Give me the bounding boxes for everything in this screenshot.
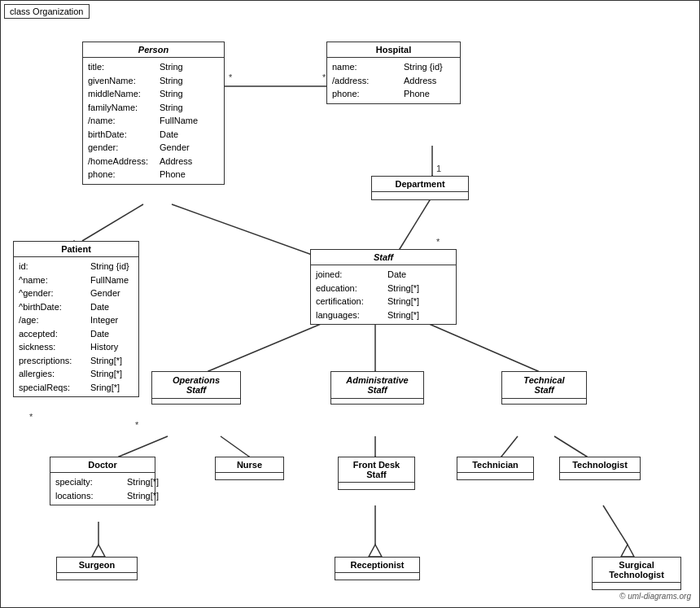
surgical-technologist-class: SurgicalTechnologist [592, 557, 681, 590]
hospital-body: name:String {id} /address:Address phone:… [327, 58, 460, 103]
diagram-title: class Organization [4, 4, 90, 19]
doctor-header: Doctor [50, 457, 155, 473]
front-desk-staff-class: Front DeskStaff [338, 457, 415, 490]
svg-line-9 [221, 436, 249, 457]
hospital-class: Hospital name:String {id} /address:Addre… [326, 42, 461, 104]
surgeon-class: Surgeon [56, 557, 138, 580]
svg-line-3 [400, 196, 432, 249]
person-body: title:String givenName:String middleName… [83, 58, 224, 184]
svg-marker-29 [92, 545, 105, 557]
staff-header: Staff [311, 250, 456, 265]
surgical-technologist-header: SurgicalTechnologist [593, 558, 680, 583]
svg-line-0 [82, 204, 143, 241]
svg-text:*: * [135, 420, 139, 430]
patient-body: id:String {id} ^name:FullName ^gender:Ge… [14, 257, 138, 396]
svg-text:*: * [436, 237, 440, 247]
nurse-class: Nurse [215, 457, 284, 480]
department-class: Department [371, 176, 469, 200]
svg-marker-30 [369, 545, 382, 557]
hospital-header: Hospital [327, 42, 460, 58]
svg-text:*: * [29, 412, 33, 422]
svg-text:*: * [229, 72, 233, 82]
svg-line-15 [603, 505, 628, 545]
department-body [372, 192, 468, 199]
front-desk-header: Front DeskStaff [339, 457, 414, 483]
svg-line-7 [416, 318, 538, 371]
person-class: Person title:String givenName:String mid… [82, 42, 225, 185]
technical-staff-class: TechnicalStaff [501, 371, 587, 405]
administrative-staff-class: AdministrativeStaff [330, 371, 424, 405]
svg-line-12 [554, 436, 587, 457]
patient-header: Patient [14, 242, 138, 257]
staff-class: Staff joined:Date education:String[*] ce… [310, 249, 457, 325]
nurse-header: Nurse [216, 457, 283, 473]
svg-text:1: 1 [436, 164, 441, 173]
technician-class: Technician [457, 457, 534, 480]
receptionist-header: Receptionist [335, 558, 419, 573]
technician-header: Technician [457, 457, 533, 473]
person-header: Person [83, 42, 224, 58]
doctor-class: Doctor specialty:String[*] locations:Str… [50, 457, 155, 505]
administrative-staff-header: AdministrativeStaff [331, 372, 423, 399]
copyright: © uml-diagrams.org [619, 592, 691, 601]
surgeon-header: Surgeon [57, 558, 137, 573]
svg-line-5 [208, 318, 335, 371]
svg-line-8 [119, 436, 168, 457]
department-header: Department [372, 177, 468, 192]
technologist-header: Technologist [560, 457, 640, 473]
technologist-class: Technologist [559, 457, 641, 480]
operations-staff-class: OperationsStaff [151, 371, 241, 405]
uml-diagram: class Organization [0, 0, 700, 608]
staff-body: joined:Date education:String[*] certific… [311, 265, 456, 324]
doctor-body: specialty:String[*] locations:String[*] [50, 473, 155, 505]
technical-staff-header: TechnicalStaff [502, 372, 586, 399]
patient-class: Patient id:String {id} ^name:FullName ^g… [13, 241, 139, 397]
svg-line-11 [501, 436, 518, 457]
operations-staff-header: OperationsStaff [152, 372, 240, 399]
receptionist-class: Receptionist [335, 557, 420, 580]
svg-marker-31 [621, 545, 634, 557]
